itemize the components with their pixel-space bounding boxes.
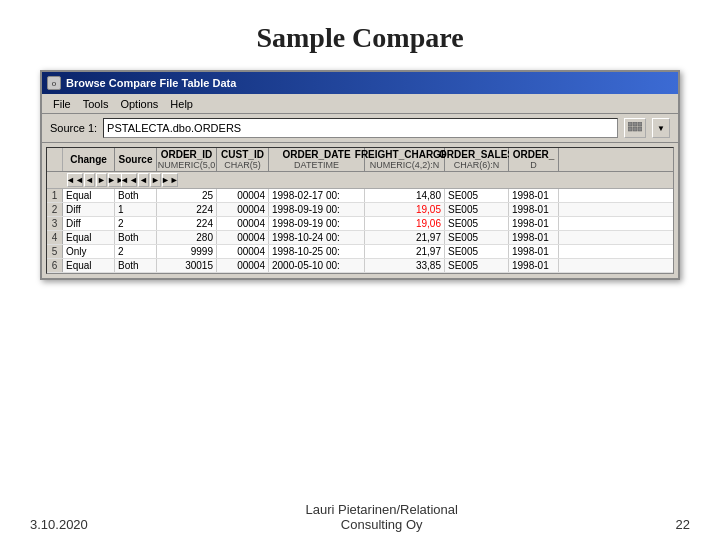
cell-orderdate: 2000-05-10 00: <box>269 259 365 272</box>
table-row: 6 Equal Both 30015 00004 2000-05-10 00: … <box>47 259 673 273</box>
row-number: 6 <box>47 259 63 272</box>
cell-orderid: 224 <box>157 203 217 216</box>
cell-ordersales: SE005 <box>445 259 509 272</box>
cell-orderid: 25 <box>157 189 217 202</box>
col-header-custid: CUST_ID CHAR(5) <box>217 148 269 171</box>
menu-file[interactable]: File <box>47 97 77 111</box>
svg-rect-3 <box>628 127 632 131</box>
cell-orderx: 1998-01 <box>509 231 559 244</box>
source-dropdown-button[interactable]: ▼ <box>652 118 670 138</box>
cell-source: Both <box>115 231 157 244</box>
table-row: 2 Diff 1 224 00004 1998-09-19 00: 19,05 … <box>47 203 673 217</box>
cell-source: 2 <box>115 217 157 230</box>
cell-orderx: 1998-01 <box>509 217 559 230</box>
cell-freight-diff: 19,05 <box>365 203 445 216</box>
row-number: 5 <box>47 245 63 258</box>
cell-custid: 00004 <box>217 231 269 244</box>
cell-orderid: 9999 <box>157 245 217 258</box>
cell-orderdate: 1998-10-25 00: <box>269 245 365 258</box>
cell-custid: 00004 <box>217 245 269 258</box>
cell-source: 2 <box>115 245 157 258</box>
col-header-orderdate: ORDER_DATE DATETIME <box>269 148 365 171</box>
col-header-source: Source <box>115 148 157 171</box>
col-header-freight: FREIGHT_CHARGES NUMERIC(4,2):N <box>365 148 445 171</box>
cell-custid: 00004 <box>217 203 269 216</box>
cell-orderx: 1998-01 <box>509 203 559 216</box>
cell-change: Equal <box>63 231 115 244</box>
cell-orderx: 1998-01 <box>509 189 559 202</box>
window-icon: o <box>47 76 61 90</box>
cell-ordersales: SE005 <box>445 217 509 230</box>
nav-first-source[interactable]: ◄◄ <box>121 173 137 187</box>
cell-orderx: 1998-01 <box>509 245 559 258</box>
data-table: Change Source ORDER_ID NUMERIC(5,0 CUST_… <box>46 147 674 274</box>
col-header-orderx: ORDER_ D <box>509 148 559 171</box>
table-header: Change Source ORDER_ID NUMERIC(5,0 CUST_… <box>47 148 673 172</box>
cell-orderdate: 1998-02-17 00: <box>269 189 365 202</box>
row-number: 2 <box>47 203 63 216</box>
cell-source: Both <box>115 189 157 202</box>
col-header-change: Change <box>63 148 115 171</box>
table-row: 4 Equal Both 280 00004 1998-10-24 00: 21… <box>47 231 673 245</box>
nav-next-change[interactable]: ► <box>96 173 107 187</box>
nav-last-source[interactable]: ►► <box>162 173 178 187</box>
row-number: 3 <box>47 217 63 230</box>
window-title: Browse Compare File Table Data <box>66 77 236 89</box>
source-bar: Source 1: ▼ <box>42 114 678 143</box>
cell-orderdate: 1998-09-19 00: <box>269 217 365 230</box>
cell-orderid: 224 <box>157 217 217 230</box>
row-number: 4 <box>47 231 63 244</box>
cell-change: Equal <box>63 189 115 202</box>
table-row: 1 Equal Both 25 00004 1998-02-17 00: 14,… <box>47 189 673 203</box>
cell-freight: 21,97 <box>365 245 445 258</box>
nav-next-source[interactable]: ► <box>150 173 161 187</box>
footer-line1: Lauri Pietarinen/Relational <box>305 502 457 517</box>
svg-rect-5 <box>638 127 642 131</box>
cell-custid: 00004 <box>217 217 269 230</box>
table-nav-row: ◄◄ ◄ ► ►► ◄◄ ◄ ► ►► <box>47 172 673 189</box>
cell-ordersales: SE005 <box>445 189 509 202</box>
page-footer: 3.10.2020 Lauri Pietarinen/Relational Co… <box>0 280 720 540</box>
source-label: Source 1: <box>50 122 97 134</box>
menu-help[interactable]: Help <box>164 97 199 111</box>
cell-custid: 00004 <box>217 259 269 272</box>
page-title: Sample Compare <box>256 22 463 54</box>
cell-change: Only <box>63 245 115 258</box>
footer-line2: Consulting Oy <box>305 517 457 532</box>
footer-date: 3.10.2020 <box>30 517 88 532</box>
svg-rect-1 <box>633 122 637 126</box>
nav-prev-source[interactable]: ◄ <box>138 173 149 187</box>
nav-first-change[interactable]: ◄◄ <box>67 173 83 187</box>
row-number: 1 <box>47 189 63 202</box>
cell-freight: 33,85 <box>365 259 445 272</box>
svg-rect-0 <box>628 122 632 126</box>
cell-orderid: 280 <box>157 231 217 244</box>
cell-ordersales: SE005 <box>445 231 509 244</box>
cell-change: Equal <box>63 259 115 272</box>
cell-freight: 14,80 <box>365 189 445 202</box>
table-row: 5 Only 2 9999 00004 1998-10-25 00: 21,97… <box>47 245 673 259</box>
cell-ordersales: SE005 <box>445 203 509 216</box>
cell-orderx: 1998-01 <box>509 259 559 272</box>
footer-page: 22 <box>676 517 690 532</box>
menu-tools[interactable]: Tools <box>77 97 115 111</box>
cell-change: Diff <box>63 217 115 230</box>
main-window: o Browse Compare File Table Data File To… <box>40 70 680 280</box>
title-bar: o Browse Compare File Table Data <box>42 72 678 94</box>
cell-custid: 00004 <box>217 189 269 202</box>
cell-source: 1 <box>115 203 157 216</box>
menu-bar: File Tools Options Help <box>42 94 678 114</box>
footer-center: Lauri Pietarinen/Relational Consulting O… <box>305 502 457 532</box>
row-num-header <box>47 148 63 171</box>
cell-ordersales: SE005 <box>445 245 509 258</box>
cell-orderdate: 1998-10-24 00: <box>269 231 365 244</box>
nav-prev-change[interactable]: ◄ <box>84 173 95 187</box>
cell-source: Both <box>115 259 157 272</box>
source-input[interactable] <box>103 118 618 138</box>
menu-options[interactable]: Options <box>114 97 164 111</box>
svg-rect-4 <box>633 127 637 131</box>
svg-rect-2 <box>638 122 642 126</box>
cell-change: Diff <box>63 203 115 216</box>
source-grid-button[interactable] <box>624 118 646 138</box>
cell-orderdate: 1998-09-19 00: <box>269 203 365 216</box>
